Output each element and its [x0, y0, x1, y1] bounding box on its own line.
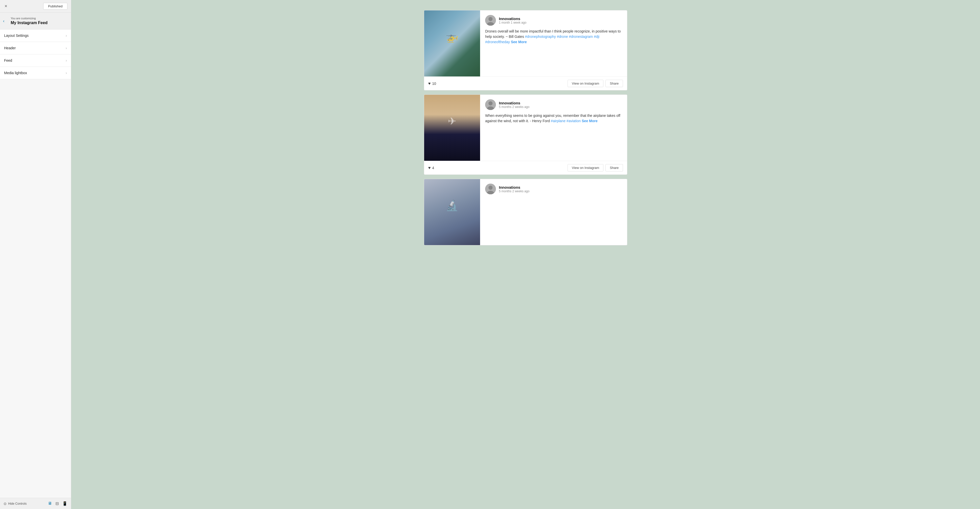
svg-point-7: [488, 186, 493, 190]
post-content: Innovations 5 months 2 weeks ago: [480, 179, 627, 245]
airplane-image-placeholder: [424, 95, 480, 161]
post-username: Innovations: [499, 185, 530, 189]
hide-controls-label: Hide Controls: [8, 502, 27, 506]
post-card: Innovations 1 month 1 week ago Drones ov…: [424, 10, 627, 90]
hide-controls-button[interactable]: ⊙ Hide Controls: [3, 502, 27, 506]
post-image-microscope: [424, 179, 480, 245]
menu-item-label: Layout Settings: [4, 33, 29, 38]
post-time: 1 month 1 week ago: [499, 21, 527, 24]
post-text: When everything seems to be going agains…: [485, 113, 622, 124]
heart-icon: ♥: [428, 166, 431, 170]
svg-point-4: [488, 101, 493, 105]
see-more-link[interactable]: See More: [582, 119, 598, 123]
post-meta: Innovations 1 month 1 week ago: [499, 16, 527, 24]
post-header: Innovations 1 month 1 week ago: [485, 15, 622, 25]
like-count: 10: [432, 81, 436, 86]
post-time: 5 months 2 weeks ago: [499, 189, 530, 193]
menu-item-label: Media lightbox: [4, 71, 27, 75]
post-card: Innovations 5 months 2 weeks ago: [424, 179, 627, 245]
post-username: Innovations: [499, 16, 527, 21]
main-content: Innovations 1 month 1 week ago Drones ov…: [71, 0, 980, 509]
hide-controls-icon: ⊙: [3, 502, 6, 506]
avatar: [485, 184, 496, 194]
menu-item-feed[interactable]: Feed ›: [0, 54, 71, 67]
chevron-right-icon: ›: [65, 59, 67, 62]
post-content: Innovations 5 months 2 weeks ago When ev…: [480, 95, 627, 161]
see-more-link[interactable]: See More: [511, 40, 527, 44]
post-footer: ♥ 10 View on Instagram Share: [424, 76, 627, 90]
post-header: Innovations 5 months 2 weeks ago: [485, 99, 622, 110]
menu-item-label: Feed: [4, 59, 12, 62]
post-body: Innovations 1 month 1 week ago Drones ov…: [424, 10, 627, 76]
post-text: Drones overall will be more impactful th…: [485, 29, 622, 45]
mobile-icon[interactable]: 📱: [62, 501, 67, 506]
post-username: Innovations: [499, 101, 530, 105]
view-on-instagram-button[interactable]: View on Instagram: [568, 80, 603, 87]
svg-point-1: [488, 17, 493, 21]
drone-image-placeholder: [424, 10, 480, 76]
menu-item-layout-settings[interactable]: Layout Settings ›: [0, 30, 71, 42]
post-header: Innovations 5 months 2 weeks ago: [485, 184, 622, 194]
avatar: [485, 15, 496, 25]
post-actions: View on Instagram Share: [568, 80, 623, 87]
sidebar-top-bar: × Published: [0, 0, 71, 13]
feed-container: Innovations 1 month 1 week ago Drones ov…: [424, 10, 627, 245]
share-button[interactable]: Share: [605, 80, 623, 87]
post-image-airplane: [424, 95, 480, 161]
avatar: [485, 99, 496, 110]
post-time: 5 months 2 weeks ago: [499, 105, 530, 109]
chevron-right-icon: ›: [65, 71, 67, 75]
chevron-right-icon: ›: [65, 46, 67, 50]
menu-item-label: Header: [4, 46, 16, 50]
post-meta: Innovations 5 months 2 weeks ago: [499, 185, 530, 193]
post-actions: View on Instagram Share: [568, 164, 623, 171]
desktop-icon[interactable]: 🖥: [48, 501, 52, 506]
post-body: Innovations 5 months 2 weeks ago When ev…: [424, 95, 627, 161]
customizing-label: You are customizing: [11, 17, 67, 20]
chevron-right-icon: ›: [65, 33, 67, 38]
device-icons: 🖥 ⊟ 📱: [48, 501, 67, 506]
post-footer: ♥ 4 View on Instagram Share: [424, 161, 627, 174]
post-body: Innovations 5 months 2 weeks ago: [424, 179, 627, 245]
customizing-title: My Instagram Feed: [11, 21, 67, 25]
published-button[interactable]: Published: [43, 3, 67, 10]
heart-icon: ♥: [428, 81, 431, 86]
back-button[interactable]: ‹: [3, 19, 4, 23]
post-meta: Innovations 5 months 2 weeks ago: [499, 101, 530, 109]
customizing-section: ‹ You are customizing My Instagram Feed: [0, 13, 71, 30]
likes: ♥ 4: [428, 166, 434, 170]
menu-item-media-lightbox[interactable]: Media lightbox ›: [0, 67, 71, 79]
like-count: 4: [432, 166, 434, 170]
view-on-instagram-button[interactable]: View on Instagram: [568, 164, 603, 171]
likes: ♥ 10: [428, 81, 436, 86]
microscope-image-placeholder: [424, 179, 480, 245]
close-button[interactable]: ×: [3, 3, 8, 10]
menu-item-header[interactable]: Header ›: [0, 42, 71, 54]
tablet-icon[interactable]: ⊟: [56, 501, 59, 506]
post-card: Innovations 5 months 2 weeks ago When ev…: [424, 95, 627, 175]
post-content: Innovations 1 month 1 week ago Drones ov…: [480, 10, 627, 76]
sidebar-bottom: ⊙ Hide Controls 🖥 ⊟ 📱: [0, 498, 71, 509]
post-image-drone: [424, 10, 480, 76]
sidebar-menu: Layout Settings › Header › Feed › Media …: [0, 30, 71, 498]
share-button[interactable]: Share: [605, 164, 623, 171]
sidebar: × Published ‹ You are customizing My Ins…: [0, 0, 71, 509]
